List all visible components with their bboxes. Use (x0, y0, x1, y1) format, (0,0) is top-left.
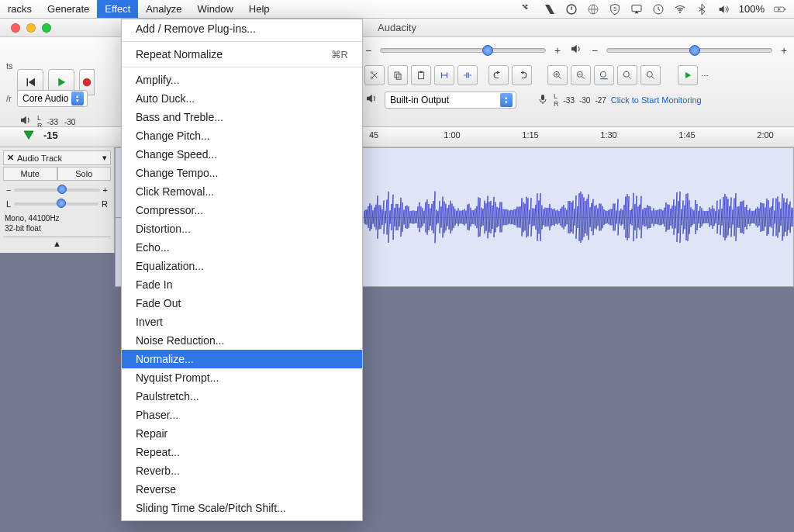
effect-item-click-removal[interactable]: Click Removal... (122, 182, 362, 201)
speaker-icon (569, 42, 583, 59)
effect-menu-dropdown: Add / Remove Plug-ins...Repeat Normalize… (121, 19, 363, 521)
cut-button[interactable] (364, 65, 385, 85)
redo-button[interactable] (512, 65, 532, 85)
effect-item-nyquist-prompt[interactable]: Nyquist Prompt... (122, 368, 362, 387)
shield-icon: 5 (609, 3, 621, 16)
effect-item-equalization[interactable]: Equalization... (122, 257, 362, 275)
track-format-info: Mono, 44100Hz (5, 213, 109, 223)
db-mark: -33 (47, 118, 58, 126)
gain-minus: − (6, 185, 11, 195)
effect-item-repeat-normalize[interactable]: Repeat Normalize⌘R (122, 45, 362, 64)
zoom-toggle-button[interactable] (640, 65, 661, 85)
paste-button[interactable] (411, 65, 431, 85)
gain-plus: + (103, 185, 108, 195)
solo-button[interactable]: Solo (57, 167, 112, 181)
effect-item-change-speed[interactable]: Change Speed... (122, 145, 362, 164)
shortcut-label: ⌘R (331, 49, 348, 60)
system-menubar: racksGenerateEffectAnalyzeWindowHelp 5 1… (0, 0, 794, 19)
cursor-position: -15 (43, 130, 58, 141)
menu-help[interactable]: Help (241, 0, 278, 18)
silence-button[interactable] (457, 65, 478, 85)
system-status-icons: 5 100% (522, 3, 794, 16)
output-device-label: Built-in Output (390, 95, 449, 105)
menu-window[interactable]: Window (190, 0, 241, 18)
menu-effect[interactable]: Effect (97, 0, 138, 18)
pan-slider[interactable] (14, 202, 98, 206)
effect-item-reverb[interactable]: Reverb... (122, 461, 362, 480)
minus-icon: − (364, 44, 372, 57)
mute-button[interactable]: Mute (3, 167, 57, 181)
close-window[interactable] (11, 23, 20, 33)
copy-button[interactable] (388, 65, 408, 85)
svg-text:5: 5 (613, 6, 616, 12)
effect-item-auto-duck[interactable]: Auto Duck... (122, 89, 362, 108)
undo-button[interactable] (488, 65, 509, 85)
effect-item-paulstretch[interactable]: Paulstretch... (122, 387, 362, 406)
trim-button[interactable] (434, 65, 454, 85)
effect-item-echo[interactable]: Echo... (122, 238, 362, 257)
menu-analyze[interactable]: Analyze (138, 0, 189, 18)
track-title: Audio Track (17, 154, 99, 163)
play-at-speed-button[interactable] (678, 65, 698, 85)
vpn-icon (544, 3, 556, 16)
recording-meter[interactable]: L R -33-30-27 Click to Start Monitoring (537, 92, 702, 108)
menu-separator (122, 67, 362, 67)
timeline-ruler[interactable]: -15 451:001:151:301:452:00 (0, 127, 794, 147)
chevron-updown-icon (500, 93, 513, 107)
effect-item-phaser[interactable]: Phaser... (122, 406, 362, 424)
minimize-window[interactable] (26, 23, 36, 33)
traffic-lights[interactable] (0, 23, 51, 33)
close-track-button[interactable]: ✕ (7, 153, 14, 163)
playhead-marker-icon[interactable] (22, 129, 36, 144)
fit-project-button[interactable] (617, 65, 637, 85)
playback-volume-slider[interactable] (380, 48, 546, 53)
timemachine-icon (652, 3, 665, 16)
edit-tool-buttons: ⋯ (364, 65, 788, 85)
effect-item-add-remove-plug-ins[interactable]: Add / Remove Plug-ins... (122, 19, 362, 38)
ruler-tick: 1:30 (600, 130, 616, 140)
effect-item-distortion[interactable]: Distortion... (122, 219, 362, 238)
plus-icon: + (780, 44, 788, 57)
globe-icon (587, 3, 599, 16)
gain-slider[interactable] (14, 188, 99, 192)
collapse-track-button[interactable]: ▲ (3, 237, 111, 250)
effect-item-repeat[interactable]: Repeat... (122, 443, 362, 461)
effect-item-change-pitch[interactable]: Change Pitch... (122, 126, 362, 145)
effect-item-fade-out[interactable]: Fade Out (122, 294, 362, 313)
effect-item-bass-and-treble[interactable]: Bass and Treble... (122, 108, 362, 126)
menu-generate[interactable]: Generate (40, 0, 97, 18)
effect-item-change-tempo[interactable]: Change Tempo... (122, 164, 362, 182)
volume-icon (717, 3, 730, 16)
zoom-window[interactable] (42, 23, 51, 33)
effect-item-noise-reduction[interactable]: Noise Reduction... (122, 331, 362, 350)
zoom-out-button[interactable] (571, 65, 591, 85)
svg-rect-20 (541, 95, 544, 100)
svg-point-5 (679, 12, 681, 13)
effect-item-reverse[interactable]: Reverse (122, 480, 362, 499)
effect-item-normalize[interactable]: Normalize... (122, 350, 362, 368)
battery-icon (774, 3, 786, 16)
output-device-select[interactable]: Built-in Output (385, 92, 516, 109)
ruler-tick: 1:45 (678, 130, 695, 140)
record-volume-slider[interactable] (606, 48, 772, 53)
svg-rect-3 (632, 5, 641, 11)
battery-percent: 100% (739, 3, 765, 15)
svg-rect-13 (419, 72, 424, 79)
fit-selection-button[interactable] (594, 65, 614, 85)
window-titlebar: Audacity (0, 19, 794, 37)
effect-item-compressor[interactable]: Compressor... (122, 201, 362, 219)
track-menu-button[interactable]: ▾ (102, 153, 107, 163)
effect-item-fade-in[interactable]: Fade In (122, 275, 362, 294)
effect-item-invert[interactable]: Invert (122, 313, 362, 331)
svg-point-8 (83, 78, 91, 86)
audio-host-select[interactable]: Core Audio (17, 90, 88, 107)
start-monitoring-link[interactable]: Click to Start Monitoring (611, 95, 702, 105)
zoom-in-button[interactable] (547, 65, 568, 85)
effect-item-sliding-time-scale-pitch-shift[interactable]: Sliding Time Scale/Pitch Shift... (122, 499, 362, 517)
effect-item-amplify[interactable]: Amplify... (122, 71, 362, 89)
menu-racks[interactable]: racks (0, 0, 40, 18)
db-mark: -33 (564, 96, 575, 105)
db-mark: -27 (595, 96, 606, 105)
effect-item-repair[interactable]: Repair (122, 424, 362, 443)
track-control-panel: ✕ Audio Track ▾ Mute Solo − + L R (0, 147, 115, 253)
